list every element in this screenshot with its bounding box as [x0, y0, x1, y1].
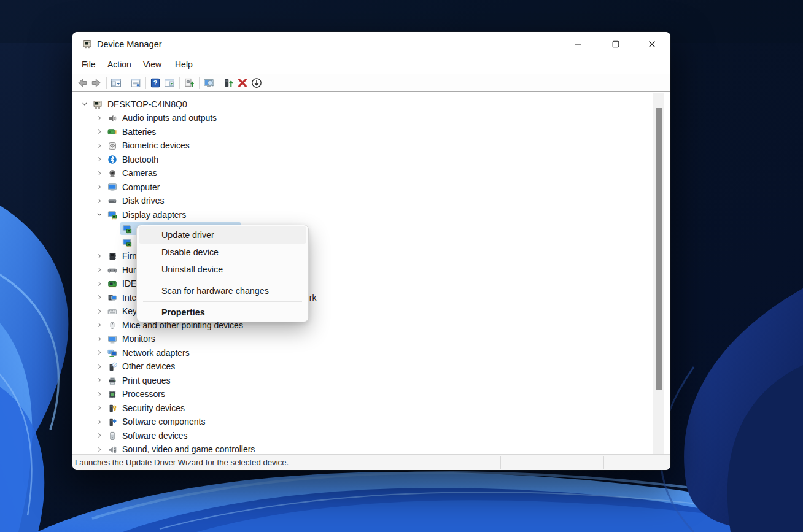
keyboard-icon [107, 307, 117, 317]
sound-icon [107, 445, 117, 455]
context-menu-item-scan-for-hardware-changes[interactable]: Scan for hardware changes [139, 282, 306, 299]
context-menu-item-update-driver[interactable]: Update driver [139, 226, 306, 244]
softdev-icon [107, 431, 117, 441]
chevron-collapsed-icon[interactable] [95, 390, 104, 399]
chevron-collapsed-icon[interactable] [95, 142, 104, 150]
menu-file[interactable]: File [82, 60, 96, 69]
chevron-collapsed-icon[interactable] [95, 404, 104, 412]
monitor-icon [107, 334, 117, 344]
display-icon [122, 224, 132, 234]
tree-label: Computer [122, 182, 160, 192]
toolbar: ? [72, 74, 670, 92]
chevron-collapsed-icon[interactable] [95, 169, 104, 178]
chevron-collapsed-icon[interactable] [95, 252, 104, 261]
titlebar[interactable]: Device Manager [72, 32, 670, 56]
chevron-collapsed-icon[interactable] [95, 266, 104, 274]
context-menu-item-disable-device[interactable]: Disable device [139, 244, 306, 261]
maximize-button[interactable] [602, 34, 629, 54]
tree-row-network-adapters[interactable]: Network adapters [72, 346, 670, 360]
tree-row-bluetooth[interactable]: Bluetooth [72, 153, 670, 167]
tree-row-software-components[interactable]: Software components [72, 415, 670, 430]
tree-row-print-queues[interactable]: Print queues [72, 374, 670, 388]
tree-row-audio-inputs-and-outputs[interactable]: Audio inputs and outputs [72, 112, 670, 126]
search-computer-icon [203, 77, 214, 88]
help-button[interactable]: ? [150, 77, 161, 89]
chevron-collapsed-icon[interactable] [95, 114, 104, 123]
chevron-collapsed-icon[interactable] [95, 155, 104, 164]
context-menu-item-uninstall-device[interactable]: Uninstall device [139, 261, 306, 278]
tree-row-disk-drives[interactable]: Disk drives [72, 195, 670, 209]
chevron-collapsed-icon[interactable] [95, 349, 104, 357]
chevron-collapsed-icon[interactable] [95, 128, 104, 136]
mouse-icon [107, 320, 117, 330]
network-icon [107, 348, 117, 358]
chevron-collapsed-icon[interactable] [95, 445, 104, 454]
toolbar-separator [179, 77, 180, 89]
tree-row-processors[interactable]: Processors [72, 388, 670, 402]
menu-view[interactable]: View [143, 60, 161, 69]
tree-row-cameras[interactable]: Cameras [72, 167, 670, 181]
update-driver-button[interactable] [223, 77, 235, 89]
tree-row-display-adapters[interactable]: Display adapters [72, 208, 670, 222]
close-button[interactable] [638, 34, 665, 54]
chevron-collapsed-icon[interactable] [95, 376, 104, 385]
chevron-collapsed-icon[interactable] [95, 321, 104, 330]
scan-hardware-icon [184, 77, 195, 88]
mouse-icon [107, 320, 117, 330]
menu-help[interactable]: Help [175, 60, 193, 69]
context-menu-item-properties[interactable]: Properties [139, 304, 306, 321]
chevron-collapsed-icon[interactable] [95, 197, 104, 206]
back-icon [77, 77, 88, 88]
context-menu-separator [143, 280, 302, 280]
search-computer-button[interactable] [203, 77, 215, 89]
chevron-collapsed-icon[interactable] [95, 183, 104, 191]
processor-icon [107, 390, 117, 399]
tree-label: Batteries [122, 127, 156, 137]
svg-text:?: ? [153, 79, 158, 87]
chevron-collapsed-icon[interactable] [95, 418, 104, 426]
menu-action[interactable]: Action [107, 60, 131, 69]
chevron-collapsed-icon[interactable] [95, 293, 104, 302]
tree-label: Biometric devices [122, 141, 190, 150]
properties-button[interactable] [130, 77, 142, 89]
action-pane-icon [164, 77, 175, 88]
chevron-collapsed-icon[interactable] [95, 307, 104, 316]
tree-row-batteries[interactable]: Batteries [72, 125, 670, 139]
tree-label: Other devices [122, 361, 175, 371]
chevron-collapsed-icon[interactable] [95, 431, 104, 440]
console-tree-button[interactable] [111, 77, 122, 89]
window-title: Device Manager [97, 39, 162, 49]
minimize-button[interactable] [564, 34, 591, 54]
chevron-collapsed-icon[interactable] [95, 363, 104, 371]
tree-row-software-devices[interactable]: Software devices [72, 429, 670, 443]
network-icon [107, 348, 117, 358]
tree-row-desktop-c4in8q0[interactable]: DESKTOP-C4IN8Q0 [72, 98, 670, 112]
tree-label: Monitors [122, 334, 155, 344]
computer-icon [107, 182, 117, 192]
tree-row-monitors[interactable]: Monitors [72, 333, 670, 347]
action-pane-button[interactable] [164, 77, 176, 89]
chevron-expanded-icon[interactable] [95, 210, 104, 219]
devmgr-icon [93, 99, 103, 109]
back-button[interactable] [77, 77, 88, 89]
tree-row-sound-video-and-game-controllers[interactable]: Sound, video and game controllers [72, 443, 670, 455]
display-icon [122, 237, 132, 247]
tree-row-computer[interactable]: Computer [72, 180, 670, 195]
context-menu-separator [143, 301, 302, 302]
properties-icon [130, 77, 141, 88]
chevron-collapsed-icon[interactable] [95, 335, 104, 344]
tree-label: DESKTOP-C4IN8Q0 [107, 99, 187, 109]
scan-hardware-button[interactable] [184, 77, 195, 89]
tree-row-other-devices[interactable]: ?Other devices [72, 360, 670, 374]
help-icon: ? [150, 77, 161, 88]
biometric-icon [107, 141, 117, 151]
tree-row-biometric-devices[interactable]: Biometric devices [72, 139, 670, 153]
toolbar-separator [219, 77, 219, 89]
forward-button[interactable] [91, 77, 103, 89]
chevron-expanded-icon[interactable] [80, 100, 89, 109]
uninstall-button[interactable] [237, 77, 249, 89]
hid-icon [107, 265, 117, 275]
disable-button[interactable] [251, 77, 263, 89]
tree-row-security-devices[interactable]: Security devices [72, 401, 670, 415]
chevron-collapsed-icon[interactable] [95, 280, 104, 288]
